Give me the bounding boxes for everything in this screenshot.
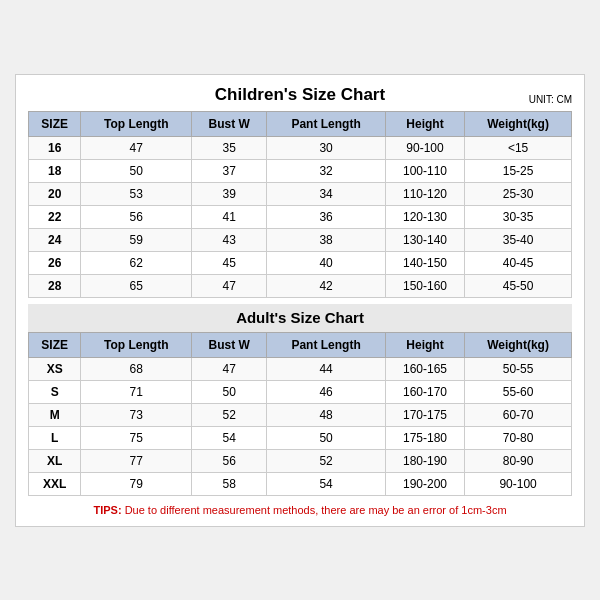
table-cell: 30: [267, 136, 386, 159]
table-row: 28654742150-16045-50: [29, 274, 572, 297]
table-cell: 40: [267, 251, 386, 274]
table-cell: 100-110: [385, 159, 464, 182]
table-cell: 39: [192, 182, 267, 205]
adults-title-row: Adult's Size Chart: [28, 304, 572, 332]
table-cell: 26: [29, 251, 81, 274]
children-col-size: SIZE: [29, 111, 81, 136]
children-col-bust-w: Bust W: [192, 111, 267, 136]
table-cell: <15: [465, 136, 572, 159]
table-cell: 50: [267, 426, 386, 449]
table-cell: 90-100: [385, 136, 464, 159]
table-cell: 65: [81, 274, 192, 297]
tips-label: TIPS:: [93, 504, 121, 516]
table-cell: 70-80: [465, 426, 572, 449]
table-cell: 60-70: [465, 403, 572, 426]
table-cell: 50-55: [465, 357, 572, 380]
table-row: 26624540140-15040-45: [29, 251, 572, 274]
table-cell: 160-165: [385, 357, 464, 380]
table-cell: 77: [81, 449, 192, 472]
children-tbody: 1647353090-100<1518503732100-11015-25205…: [29, 136, 572, 297]
table-cell: 130-140: [385, 228, 464, 251]
adults-col-weight: Weight(kg): [465, 332, 572, 357]
table-cell: 37: [192, 159, 267, 182]
table-cell: 35: [192, 136, 267, 159]
table-cell: 15-25: [465, 159, 572, 182]
table-cell: 25-30: [465, 182, 572, 205]
table-cell: 50: [192, 380, 267, 403]
adults-col-bust-w: Bust W: [192, 332, 267, 357]
table-cell: 68: [81, 357, 192, 380]
table-cell: 34: [267, 182, 386, 205]
table-cell: 140-150: [385, 251, 464, 274]
adults-col-height: Height: [385, 332, 464, 357]
table-cell: 110-120: [385, 182, 464, 205]
table-cell: 73: [81, 403, 192, 426]
table-cell: L: [29, 426, 81, 449]
table-row: XS684744160-16550-55: [29, 357, 572, 380]
adults-table: SIZE Top Length Bust W Pant Length Heigh…: [28, 332, 572, 496]
table-cell: 62: [81, 251, 192, 274]
table-cell: 54: [192, 426, 267, 449]
table-cell: 75: [81, 426, 192, 449]
table-cell: 80-90: [465, 449, 572, 472]
children-col-top-length: Top Length: [81, 111, 192, 136]
adults-tbody: XS684744160-16550-55S715046160-17055-60M…: [29, 357, 572, 495]
tips-text: Due to different measurement methods, th…: [125, 504, 507, 516]
adults-col-top-length: Top Length: [81, 332, 192, 357]
table-cell: S: [29, 380, 81, 403]
adults-title: Adult's Size Chart: [236, 309, 364, 326]
table-cell: 190-200: [385, 472, 464, 495]
tips-row: TIPS: Due to different measurement metho…: [28, 504, 572, 516]
children-col-pant-length: Pant Length: [267, 111, 386, 136]
table-cell: 46: [267, 380, 386, 403]
unit-label: UNIT: CM: [529, 94, 572, 105]
table-cell: 55-60: [465, 380, 572, 403]
table-cell: 45: [192, 251, 267, 274]
children-col-height: Height: [385, 111, 464, 136]
table-cell: 56: [192, 449, 267, 472]
table-row: XXL795854190-20090-100: [29, 472, 572, 495]
table-cell: 79: [81, 472, 192, 495]
table-cell: 43: [192, 228, 267, 251]
table-row: 1647353090-100<15: [29, 136, 572, 159]
table-row: 22564136120-13030-35: [29, 205, 572, 228]
table-cell: 59: [81, 228, 192, 251]
table-cell: 47: [192, 274, 267, 297]
adults-col-size: SIZE: [29, 332, 81, 357]
table-cell: 40-45: [465, 251, 572, 274]
table-cell: 18: [29, 159, 81, 182]
table-cell: 54: [267, 472, 386, 495]
table-row: M735248170-17560-70: [29, 403, 572, 426]
table-row: 24594338130-14035-40: [29, 228, 572, 251]
table-cell: 58: [192, 472, 267, 495]
table-cell: 24: [29, 228, 81, 251]
table-cell: 41: [192, 205, 267, 228]
table-cell: 45-50: [465, 274, 572, 297]
table-cell: 52: [267, 449, 386, 472]
table-cell: 52: [192, 403, 267, 426]
table-row: XL775652180-19080-90: [29, 449, 572, 472]
table-cell: 30-35: [465, 205, 572, 228]
table-cell: 53: [81, 182, 192, 205]
adults-col-pant-length: Pant Length: [267, 332, 386, 357]
table-cell: 36: [267, 205, 386, 228]
table-cell: 44: [267, 357, 386, 380]
table-row: S715046160-17055-60: [29, 380, 572, 403]
table-cell: 47: [81, 136, 192, 159]
adults-header-row: SIZE Top Length Bust W Pant Length Heigh…: [29, 332, 572, 357]
table-cell: 38: [267, 228, 386, 251]
chart-container: Children's Size Chart UNIT: CM SIZE Top …: [15, 74, 585, 527]
children-header-row: SIZE Top Length Bust W Pant Length Heigh…: [29, 111, 572, 136]
table-cell: XXL: [29, 472, 81, 495]
table-cell: XS: [29, 357, 81, 380]
children-title-row: Children's Size Chart UNIT: CM: [28, 85, 572, 105]
table-cell: XL: [29, 449, 81, 472]
table-cell: 150-160: [385, 274, 464, 297]
table-row: 18503732100-11015-25: [29, 159, 572, 182]
table-cell: 32: [267, 159, 386, 182]
table-cell: 120-130: [385, 205, 464, 228]
table-cell: 50: [81, 159, 192, 182]
children-col-weight: Weight(kg): [465, 111, 572, 136]
table-cell: 71: [81, 380, 192, 403]
table-cell: 28: [29, 274, 81, 297]
